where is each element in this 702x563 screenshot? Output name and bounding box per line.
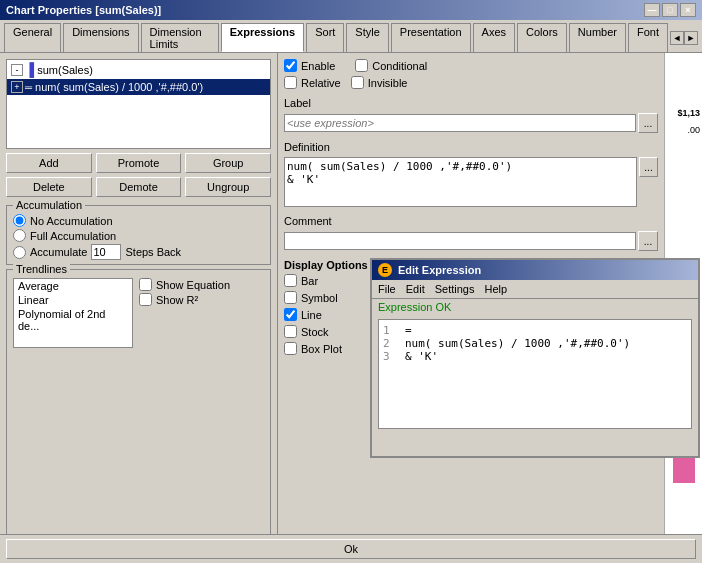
tab-sort[interactable]: Sort <box>306 23 344 52</box>
symbol-checkbox[interactable] <box>284 291 297 304</box>
conditional-check-row: Conditional <box>355 59 427 72</box>
relative-label: Relative <box>301 77 341 89</box>
tab-font[interactable]: Font <box>628 23 668 52</box>
edit-expression-dialog: E Edit Expression File Edit Settings Hel… <box>370 258 700 458</box>
definition-ellipsis-button[interactable]: ... <box>639 157 658 177</box>
relative-checkbox[interactable] <box>284 76 297 89</box>
edit-expression-title-text: Edit Expression <box>398 264 481 276</box>
chart-label: $1,13 <box>677 108 700 118</box>
tab-number[interactable]: Number <box>569 23 626 52</box>
expression-item-0[interactable]: - ▐ sum(Sales) <box>7 60 270 79</box>
code-line-1: 1 = <box>383 324 687 337</box>
radio-full-accum: Full Accumulation <box>13 229 264 242</box>
code-text-2: num( sum(Sales) / 1000 ,'#,##0.0') <box>405 337 630 350</box>
trend-item-0[interactable]: Average <box>14 279 132 293</box>
trendlines-group: Trendlines Average Linear Polynomial of … <box>6 269 271 557</box>
trend-item-2[interactable]: Polynomial of 2nd de... <box>14 307 132 333</box>
expression-item-1[interactable]: + ═ num( sum(Sales) / 1000 ,'#,##0.0') <box>7 79 270 95</box>
tab-style[interactable]: Style <box>346 23 388 52</box>
add-button[interactable]: Add <box>6 153 92 173</box>
tab-dimensions[interactable]: Dimensions <box>63 23 138 52</box>
show-r2-checkbox[interactable] <box>139 293 152 306</box>
conditional-checkbox[interactable] <box>355 59 368 72</box>
show-equation-checkbox[interactable] <box>139 278 152 291</box>
invisible-label: Invisible <box>368 77 408 89</box>
invisible-checkbox[interactable] <box>351 76 364 89</box>
tab-axes[interactable]: Axes <box>473 23 515 52</box>
title-buttons: — □ × <box>644 3 696 17</box>
minimize-button[interactable]: — <box>644 3 660 17</box>
button-row-2: Delete Demote Ungroup <box>6 177 271 197</box>
stock-label: Stock <box>301 326 329 338</box>
expand-icon-1[interactable]: + <box>11 81 23 93</box>
trendlines-list[interactable]: Average Linear Polynomial of 2nd de... <box>13 278 133 348</box>
bar-label: Bar <box>301 275 318 287</box>
label-input[interactable] <box>284 114 636 132</box>
invisible-row: Invisible <box>351 76 408 89</box>
tab-general[interactable]: General <box>4 23 61 52</box>
group-button[interactable]: Group <box>185 153 271 173</box>
line-num-3: 3 <box>383 350 397 363</box>
comment-ellipsis-button[interactable]: ... <box>638 231 658 251</box>
show-equation-row: Show Equation <box>139 278 230 291</box>
definition-textarea[interactable]: num( sum(Sales) / 1000 ,'#,##0.0') & 'K' <box>284 157 637 207</box>
label-ellipsis-button[interactable]: ... <box>638 113 658 133</box>
tab-bar: General Dimensions Dimension Limits Expr… <box>0 20 702 53</box>
full-accumulation-label: Full Accumulation <box>30 230 116 242</box>
edit-expression-menu: File Edit Settings Help <box>372 280 698 299</box>
no-accumulation-label: No Accumulation <box>30 215 113 227</box>
menu-file[interactable]: File <box>378 283 396 295</box>
steps-label: Steps Back <box>125 246 181 258</box>
trendlines-content: Average Linear Polynomial of 2nd de... S… <box>13 278 264 348</box>
tab-scroll-right[interactable]: ► <box>684 31 698 45</box>
enable-check-row: Enable <box>284 59 335 72</box>
tab-scroll-arrows: ◄ ► <box>670 23 702 52</box>
radio-no-accum: No Accumulation <box>13 214 264 227</box>
comment-input-row: ... <box>284 231 658 251</box>
close-button[interactable]: × <box>680 3 696 17</box>
code-line-3: 3 & 'K' <box>383 350 687 363</box>
enable-checkbox[interactable] <box>284 59 297 72</box>
code-text-1: = <box>405 324 412 337</box>
bar-checkbox[interactable] <box>284 274 297 287</box>
tab-presentation[interactable]: Presentation <box>391 23 471 52</box>
no-accumulation-radio[interactable] <box>13 214 26 227</box>
tab-dimension-limits[interactable]: Dimension Limits <box>141 23 219 52</box>
menu-help[interactable]: Help <box>484 283 507 295</box>
relative-invisible-row: Relative Invisible <box>284 76 658 89</box>
steps-input[interactable] <box>91 244 121 260</box>
expr-icon-1: ═ <box>25 82 32 93</box>
expand-icon-0[interactable]: - <box>11 64 23 76</box>
promote-button[interactable]: Promote <box>96 153 182 173</box>
label-input-row: ... <box>284 113 658 133</box>
accumulate-radio[interactable] <box>13 246 26 259</box>
trend-item-1[interactable]: Linear <box>14 293 132 307</box>
delete-button[interactable]: Delete <box>6 177 92 197</box>
title-bar: Chart Properties [sum(Sales)] — □ × <box>0 0 702 20</box>
ok-button[interactable]: Ok <box>6 539 696 559</box>
menu-edit[interactable]: Edit <box>406 283 425 295</box>
line-num-2: 2 <box>383 337 397 350</box>
line-checkbox[interactable] <box>284 308 297 321</box>
expression-list[interactable]: - ▐ sum(Sales) + ═ num( sum(Sales) / 100… <box>6 59 271 149</box>
comment-input[interactable] <box>284 232 636 250</box>
title-text: Chart Properties [sum(Sales)] <box>6 4 161 16</box>
show-r2-label: Show R² <box>156 294 198 306</box>
menu-settings[interactable]: Settings <box>435 283 475 295</box>
stock-checkbox[interactable] <box>284 325 297 338</box>
maximize-button[interactable]: □ <box>662 3 678 17</box>
full-accumulation-radio[interactable] <box>13 229 26 242</box>
conditional-label: Conditional <box>372 60 427 72</box>
demote-button[interactable]: Demote <box>96 177 182 197</box>
label-field-label: Label <box>284 97 658 109</box>
line-num-1: 1 <box>383 324 397 337</box>
box-plot-checkbox[interactable] <box>284 342 297 355</box>
ungroup-button[interactable]: Ungroup <box>185 177 271 197</box>
edit-expression-code[interactable]: 1 = 2 num( sum(Sales) / 1000 ,'#,##0.0')… <box>378 319 692 429</box>
show-equation-label: Show Equation <box>156 279 230 291</box>
accumulation-group: Accumulation No Accumulation Full Accumu… <box>6 205 271 265</box>
tab-scroll-left[interactable]: ◄ <box>670 31 684 45</box>
tab-expressions[interactable]: Expressions <box>221 23 304 52</box>
code-line-2: 2 num( sum(Sales) / 1000 ,'#,##0.0') <box>383 337 687 350</box>
tab-colors[interactable]: Colors <box>517 23 567 52</box>
